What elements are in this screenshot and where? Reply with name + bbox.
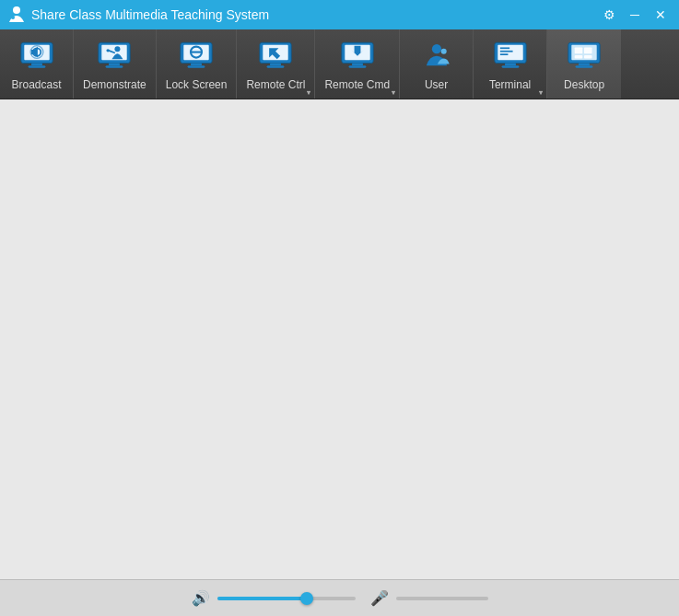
remote-ctrl-label: Remote Ctrl [246, 78, 305, 91]
svg-rect-40 [501, 65, 519, 68]
svg-point-1 [11, 16, 15, 19]
volume-slider-fill [217, 597, 308, 600]
toolbar: Broadcast Demonstrate [0, 29, 679, 99]
lock-screen-icon [180, 41, 213, 69]
minimize-button[interactable]: ─ [624, 6, 646, 24]
desktop-icon [568, 41, 601, 69]
toolbar-item-demonstrate[interactable]: Demonstrate [74, 29, 157, 99]
volume-icon: 🔊 [192, 589, 210, 607]
mic-icon: 🎤 [370, 589, 389, 607]
user-icon [420, 41, 453, 69]
remote-cmd-label: Remote Cmd [324, 78, 390, 91]
svg-point-0 [13, 6, 20, 14]
svg-rect-35 [498, 45, 522, 60]
svg-rect-45 [575, 55, 583, 58]
svg-point-32 [431, 44, 440, 53]
window-title: Share Class Multimedia Teaching System [31, 7, 598, 22]
svg-rect-7 [31, 64, 42, 66]
terminal-dropdown-arrow: ▾ [539, 88, 543, 97]
toolbar-item-remote-cmd[interactable]: Remote Cmd ▾ [315, 29, 400, 99]
svg-point-11 [115, 46, 121, 52]
window-controls: ⚙ ─ ✕ [598, 6, 672, 24]
toolbar-item-user[interactable]: User [400, 29, 474, 99]
toolbar-item-remote-ctrl[interactable]: Remote Ctrl ▾ [237, 29, 315, 99]
main-content [0, 99, 679, 579]
svg-rect-14 [109, 64, 120, 66]
svg-rect-47 [579, 64, 590, 66]
toolbar-item-terminal[interactable]: Terminal ▾ [474, 29, 547, 99]
svg-rect-39 [505, 64, 516, 66]
demonstrate-icon-wrap [92, 37, 136, 74]
terminal-icon [494, 41, 527, 69]
remote-ctrl-dropdown-arrow: ▾ [307, 88, 310, 97]
svg-rect-8 [28, 65, 45, 68]
status-bar: 🔊 🎤 [0, 579, 679, 616]
svg-rect-48 [576, 65, 593, 68]
volume-slider-thumb[interactable] [300, 592, 313, 605]
svg-rect-15 [106, 65, 123, 68]
svg-rect-25 [270, 64, 281, 66]
title-bar: Share Class Multimedia Teaching System ⚙… [0, 0, 679, 29]
user-label: User [425, 78, 448, 91]
lock-screen-label: Lock Screen [166, 78, 228, 91]
remote-cmd-dropdown-arrow: ▾ [392, 88, 395, 97]
svg-rect-31 [348, 65, 366, 68]
terminal-label: Terminal [489, 78, 531, 91]
app-icon [7, 6, 26, 24]
terminal-icon-wrap [488, 37, 533, 74]
settings-button[interactable]: ⚙ [598, 6, 620, 24]
lock-screen-icon-wrap [174, 37, 218, 74]
mic-slider[interactable] [396, 597, 488, 600]
remote-cmd-icon [341, 41, 374, 69]
broadcast-label: Broadcast [11, 78, 61, 91]
svg-rect-26 [267, 65, 285, 68]
volume-slider[interactable] [217, 597, 356, 600]
svg-rect-30 [352, 64, 363, 66]
svg-rect-46 [584, 55, 592, 58]
svg-rect-20 [191, 64, 202, 66]
broadcast-icon [20, 41, 53, 69]
toolbar-item-desktop[interactable]: Desktop [547, 29, 621, 99]
remote-cmd-icon-wrap [335, 37, 380, 74]
user-icon-wrap [415, 37, 459, 74]
desktop-icon-wrap [562, 37, 606, 74]
broadcast-icon-wrap [15, 37, 59, 74]
svg-point-13 [107, 49, 110, 52]
desktop-label: Desktop [564, 78, 604, 91]
remote-ctrl-icon-wrap [253, 37, 298, 74]
toolbar-item-broadcast[interactable]: Broadcast [0, 29, 74, 99]
demonstrate-label: Demonstrate [83, 78, 146, 91]
svg-rect-43 [575, 47, 583, 53]
svg-rect-44 [584, 47, 592, 53]
svg-rect-21 [188, 65, 205, 68]
toolbar-item-lock-screen[interactable]: Lock Screen [157, 29, 238, 99]
svg-point-33 [440, 49, 446, 54]
demonstrate-icon [98, 41, 131, 69]
remote-ctrl-icon [259, 41, 292, 69]
close-button[interactable]: ✕ [650, 6, 672, 24]
